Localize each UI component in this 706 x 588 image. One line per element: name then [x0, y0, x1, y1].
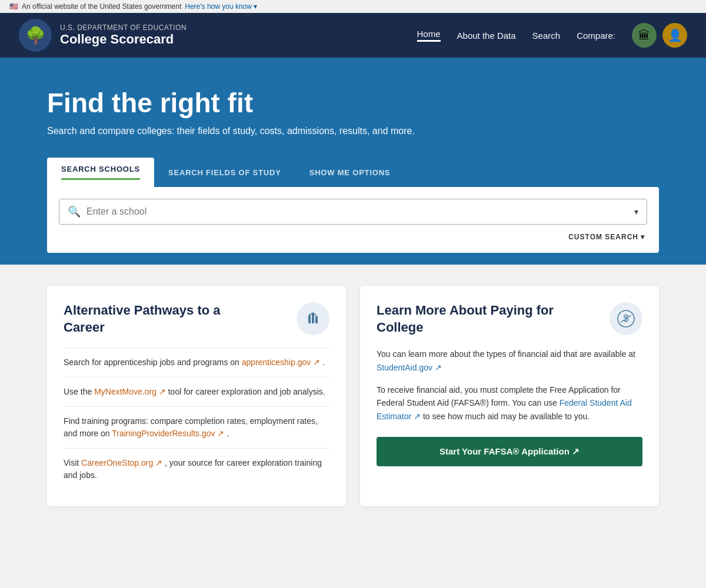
paying-college-icon: $	[610, 302, 642, 335]
alt-pathways-title: Alternative Pathways to a Career	[64, 302, 263, 336]
paying-college-title: Learn More About Paying for College	[377, 302, 576, 336]
svg-rect-0	[308, 315, 311, 323]
site-name: College Scorecard	[60, 32, 187, 47]
content-area: Alternative Pathways to a Career Search …	[0, 265, 706, 527]
hero-headline: Find the right fit	[47, 87, 659, 119]
header-logo-area: 🌳 U.S. DEPARTMENT OF EDUCATION College S…	[19, 19, 187, 52]
custom-search-arrow: ▾	[641, 233, 645, 241]
school-search-input[interactable]	[86, 206, 628, 217]
dept-name: U.S. DEPARTMENT OF EDUCATION	[60, 24, 187, 32]
svg-rect-1	[312, 313, 314, 323]
tab-search-schools[interactable]: SEARCH SCHOOLS	[47, 158, 154, 187]
nav-search[interactable]: Search	[532, 31, 561, 41]
tab-search-fields[interactable]: SEARCH FIELDS OF STUDY	[154, 158, 295, 187]
alt-item-1: Search for apprenticeship jobs and progr…	[64, 348, 329, 377]
fafsa-cta: Start Your FAFSA® Application ↗	[377, 437, 642, 466]
card-header-alt: Alternative Pathways to a Career	[64, 302, 329, 336]
search-panel: 🔍 ▾ CUSTOM SEARCH ▾	[47, 187, 659, 253]
training-provider-link[interactable]: TrainingProviderResults.gov ↗	[112, 429, 224, 438]
nav-home[interactable]: Home	[417, 29, 441, 42]
nav-compare-label: Compare:	[577, 31, 615, 41]
custom-search-row: CUSTOM SEARCH ▾	[59, 233, 647, 241]
museum-icon-button[interactable]: 🏛	[632, 23, 657, 48]
alt-pathways-icon	[297, 302, 329, 335]
nav-about[interactable]: About the Data	[457, 31, 516, 41]
hero-bottom-spacer	[0, 253, 706, 265]
fafsa-cta-button[interactable]: Start Your FAFSA® Application ↗	[377, 437, 642, 466]
alt-item-2: Use the MyNextMove.org ↗ tool for career…	[64, 377, 329, 406]
svg-rect-2	[315, 316, 318, 323]
alternative-pathways-card: Alternative Pathways to a Career Search …	[47, 286, 346, 506]
search-tabs: SEARCH SCHOOLS SEARCH FIELDS OF STUDY SH…	[47, 158, 659, 187]
alt-item-3: Find training programs: compare completi…	[64, 406, 329, 448]
apprenticeship-link[interactable]: apprenticeship.gov ↗	[242, 358, 320, 367]
person-icon-button[interactable]: 👤	[662, 23, 687, 48]
museum-icon: 🏛	[638, 29, 650, 42]
header-title-block: U.S. DEPARTMENT OF EDUCATION College Sco…	[60, 24, 187, 47]
header-icons: 🏛 👤	[632, 23, 687, 48]
card-header-paying: Learn More About Paying for College $	[377, 302, 642, 336]
career-one-stop-link[interactable]: CareerOneStop.org ↗	[81, 458, 162, 467]
search-icon: 🔍	[68, 205, 81, 218]
dept-seal: 🌳	[19, 19, 52, 52]
flag-icon: 🇺🇸	[9, 2, 18, 11]
heres-how-link[interactable]: Here's how you know ▾	[185, 2, 257, 11]
paying-body-2: To receive financial aid, you must compl…	[377, 383, 642, 423]
studentaid-link[interactable]: StudentAid.gov ↗	[377, 363, 442, 372]
alt-item-4: Visit CareerOneStop.org ↗ , your source …	[64, 448, 329, 490]
person-icon: 👤	[668, 28, 682, 42]
paying-college-card: Learn More About Paying for College $ Yo…	[360, 286, 659, 506]
search-dropdown-arrow[interactable]: ▾	[634, 207, 638, 216]
custom-search-button[interactable]: CUSTOM SEARCH ▾	[568, 233, 645, 241]
hero-subheadline: Search and compare colleges: their field…	[47, 126, 659, 136]
tab-show-options[interactable]: SHOW ME OPTIONS	[295, 158, 405, 187]
hero-section: Find the right fit Search and compare co…	[0, 58, 706, 253]
mynextmove-link[interactable]: MyNextMove.org ↗	[94, 387, 166, 396]
gov-banner: 🇺🇸 An official website of the United Sta…	[0, 0, 706, 13]
school-search-wrapper: 🔍 ▾	[59, 199, 647, 225]
site-header: 🌳 U.S. DEPARTMENT OF EDUCATION College S…	[0, 13, 706, 58]
main-nav: Home About the Data Search Compare: 🏛 👤	[417, 23, 687, 48]
paying-body-1: You can learn more about the types of fi…	[377, 348, 642, 374]
gov-banner-text: An official website of the United States…	[22, 2, 181, 11]
